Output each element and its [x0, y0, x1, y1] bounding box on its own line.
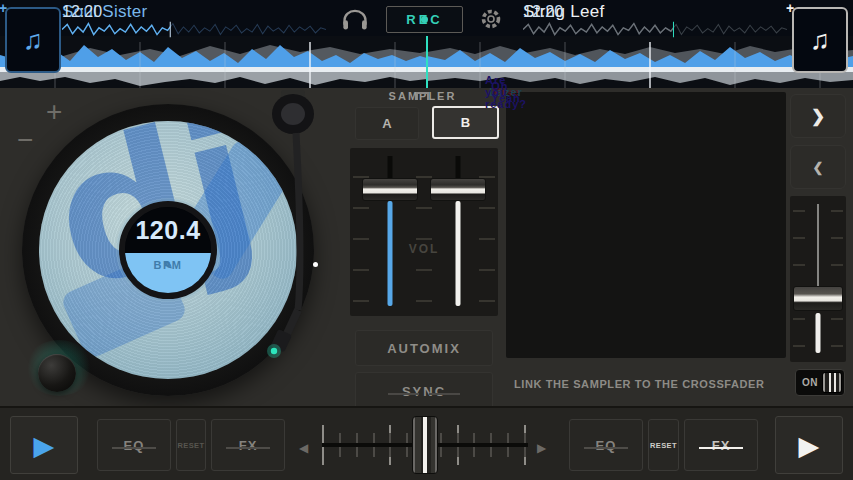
reset-label: RESET	[650, 441, 677, 450]
eq-button-deck-a[interactable]: EQ	[97, 419, 171, 471]
play-button-deck-a[interactable]: ▶	[10, 416, 78, 474]
eq-underline	[584, 447, 628, 449]
play-icon: ▶	[34, 432, 55, 459]
fader-level-line	[816, 313, 821, 353]
bpm-value: 120.4	[135, 216, 200, 245]
automix-label: AUTOMIX	[387, 341, 461, 356]
fader-ticks	[793, 210, 805, 350]
bpm-display[interactable]: 120.4 ✎ BPM	[119, 201, 217, 299]
fader-level-line	[388, 201, 393, 306]
fader-track	[817, 204, 819, 288]
fader-ticks	[831, 210, 843, 350]
rec-label: REC	[406, 12, 442, 27]
deck-a-overview-waveform[interactable]	[62, 21, 326, 38]
crossfader-handle[interactable]	[412, 416, 438, 474]
fx-label: FX	[239, 438, 258, 453]
link-sampler-label: LINK THE SAMPLER TO THE CROSSFADER	[506, 378, 765, 390]
reset-label: RESET	[177, 441, 204, 450]
fx-label: FX	[712, 438, 731, 453]
fx-underline	[699, 447, 743, 449]
sampler-pad-grid: Rise Lazer Are you ready? Oh Yeah	[506, 92, 786, 358]
plus-icon: +	[0, 0, 7, 16]
tab-sampler-a[interactable]: A	[355, 107, 419, 140]
load-track-button-a[interactable]: ♫ +	[5, 7, 61, 73]
fx-button-deck-a[interactable]: FX	[211, 419, 285, 471]
reset-button-deck-b[interactable]: RESET	[648, 419, 679, 471]
volume-fader-b-handle[interactable]	[430, 178, 486, 201]
fx-button-deck-b[interactable]: FX	[684, 419, 758, 471]
mixer-column: SAMPLER A B VOL	[340, 88, 505, 406]
main-area: + − dj 120.4 ✎ BPM	[0, 88, 853, 406]
deck-b-overview-waveform[interactable]	[523, 21, 787, 38]
tonearm	[243, 88, 335, 360]
prev-sample-bank-button[interactable]: ❮	[790, 145, 846, 189]
crossfader-left-arrow[interactable]: ◀	[299, 441, 308, 455]
eq-underline	[112, 447, 156, 449]
chevron-left-icon: ❮	[813, 160, 824, 175]
tab-sampler-b[interactable]: B	[432, 106, 499, 139]
add-music-icon: ♫	[810, 27, 830, 54]
header-bar: ♫ + Soul Sister 12:20 REC Strng Le	[0, 0, 853, 88]
fader-track	[388, 156, 393, 180]
volume-fader-b[interactable]	[428, 148, 488, 316]
deck-a-time: 12:20	[62, 3, 102, 21]
volume-fader-a-handle[interactable]	[362, 178, 418, 201]
sync-underline	[388, 393, 460, 395]
load-track-button-b[interactable]: ♫ +	[792, 7, 848, 73]
plus-icon: +	[786, 0, 794, 16]
settings-button[interactable]	[479, 7, 503, 31]
main-waveform-display[interactable]	[0, 36, 853, 88]
bpm-label-panel: ✎ BPM	[125, 253, 211, 293]
sampler-caption: SAMPLER	[340, 90, 505, 104]
zoom-out-button[interactable]: −	[17, 124, 33, 156]
headphones-button[interactable]	[341, 7, 369, 31]
eq-label: EQ	[124, 438, 145, 453]
play-button-deck-b[interactable]: ▶	[775, 416, 843, 474]
deck-led	[271, 348, 277, 354]
chevron-right-icon: ❯	[811, 106, 825, 127]
link-sampler-row: LINK THE SAMPLER TO THE CROSSFADER	[506, 370, 788, 398]
pad-label: Oh Yeah	[491, 80, 521, 104]
bpm-value-panel: 120.4	[125, 207, 211, 253]
volume-fader-a[interactable]	[360, 148, 420, 316]
reset-button-deck-a[interactable]: RESET	[176, 419, 206, 471]
crossfader[interactable]	[322, 413, 528, 477]
transport-bar: ▶ EQ RESET FX ◀ ▶ EQ RESET FX	[0, 406, 853, 480]
zoom-in-button[interactable]: +	[46, 96, 62, 128]
play-icon: ▶	[799, 432, 820, 459]
next-sample-bank-button[interactable]: ❯	[790, 94, 846, 138]
volume-fader-panel: VOL	[350, 148, 498, 316]
rec-button[interactable]: REC	[386, 6, 463, 33]
sync-button[interactable]: SYNC	[355, 372, 493, 410]
dj-mixer-app: ♫ + Soul Sister 12:20 REC Strng Le	[0, 0, 853, 480]
deck-b-title-row: Strng Leef 12:20	[523, 2, 791, 22]
eq-button-deck-b[interactable]: EQ	[569, 419, 643, 471]
caption-bracket-right	[416, 92, 429, 100]
automix-button[interactable]: AUTOMIX	[355, 330, 493, 366]
crossfader-right-arrow[interactable]: ▶	[537, 441, 546, 455]
deck-b-time: 12:20	[523, 3, 563, 21]
eq-label: EQ	[596, 438, 617, 453]
fx-underline	[226, 447, 270, 449]
deck-a-title-row: Soul Sister 12:20	[62, 2, 326, 22]
right-panel: ❯ ❮	[788, 88, 848, 406]
deck-knob[interactable]	[38, 354, 76, 392]
fader-level-line	[456, 201, 461, 306]
add-music-icon: ♫	[23, 27, 43, 54]
sampler-volume-fader-handle[interactable]	[793, 286, 843, 311]
bpm-label: BPM	[154, 259, 183, 271]
sync-label: SYNC	[402, 384, 446, 399]
fader-track	[456, 156, 461, 180]
sampler-volume-fader[interactable]	[790, 196, 846, 362]
